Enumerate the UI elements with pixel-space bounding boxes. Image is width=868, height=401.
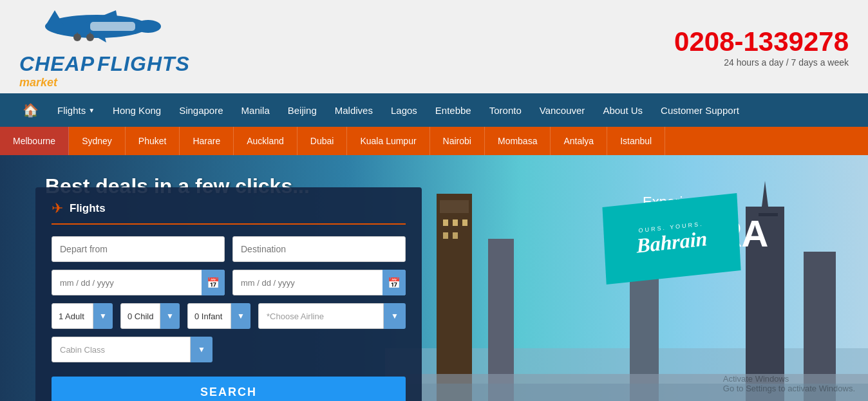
svg-rect-16 [462, 219, 467, 226]
svg-rect-13 [440, 200, 469, 213]
city-tab-mombasa[interactable]: Mombasa [485, 127, 551, 155]
passengers-airline-row: 1 Adult ▼ 0 Child ▼ 0 Infant ▼ *Choose A… [52, 303, 406, 329]
airline-select-wrapper: *Choose Airline ▼ [258, 303, 406, 329]
hero-section: Experience BAHRA OURS. YOURS. Bahrain Be… [0, 155, 868, 401]
city-tabs-bar: Melbourne Sydney Phuket Harare Auckland … [0, 127, 868, 155]
search-form: ✈ Flights 📅 📅 [35, 187, 422, 401]
depart-from-input[interactable] [52, 236, 225, 262]
cabin-class-display[interactable]: Cabin Class [52, 337, 191, 362]
flights-form-icon: ✈ [52, 200, 63, 217]
svg-rect-15 [453, 219, 458, 226]
nav-entebbe[interactable]: Entebbe [426, 93, 480, 127]
city-tab-melbourne[interactable]: Melbourne [0, 127, 69, 155]
home-nav-button[interactable]: 🏠 [13, 93, 48, 127]
origin-destination-row [52, 236, 406, 262]
city-tab-phuket[interactable]: Phuket [126, 127, 180, 155]
form-title: Flights [70, 202, 106, 215]
infant-dropdown-button[interactable]: ▼ [231, 303, 250, 329]
cabin-row: Cabin Class ▼ [52, 337, 406, 362]
destination-input[interactable] [232, 236, 406, 262]
child-dropdown-button[interactable]: ▼ [160, 303, 180, 329]
svg-rect-14 [443, 219, 448, 226]
bahrain-promo: Experience BAHRA OURS. YOURS. Bahrain [604, 191, 739, 277]
phone-subtitle: 24 hours a day / 7 days a week [674, 57, 849, 68]
child-select-wrapper: 0 Child ▼ [120, 303, 180, 329]
city-tab-istanbul[interactable]: Istanbul [607, 127, 665, 155]
nav-manila[interactable]: Manila [232, 93, 279, 127]
nav-singapore[interactable]: Singapore [170, 93, 232, 127]
phone-area: 0208-1339278 24 hours a day / 7 days a w… [674, 26, 849, 68]
airline-dropdown-button[interactable]: ▼ [384, 303, 406, 329]
svg-rect-17 [443, 232, 448, 239]
nav-maldives[interactable]: Maldives [326, 93, 382, 127]
nav-customersupport[interactable]: Customer Support [652, 93, 748, 127]
child-count-display[interactable]: 0 Child [120, 303, 160, 329]
windows-watermark: Activate Windows Go to Settings to activ… [723, 374, 855, 393]
form-header: ✈ Flights [52, 200, 406, 225]
svg-marker-21 [762, 181, 768, 207]
nav-flights-label: Flights [57, 105, 86, 116]
logo-market: market [19, 76, 57, 89]
adult-dropdown-button[interactable]: ▼ [93, 303, 113, 329]
header: CHEAP FLIGHTS market 0208-1339278 24 hou… [0, 0, 868, 93]
cabin-dropdown-button[interactable]: ▼ [191, 337, 212, 362]
logo-area: CHEAP FLIGHTS market [19, 4, 190, 89]
nav-hongkong[interactable]: Hong Kong [104, 93, 170, 127]
cabin-select-wrapper: Cabin Class ▼ [52, 337, 212, 362]
nav-lagos[interactable]: Lagos [382, 93, 426, 127]
adult-count-display[interactable]: 1 Adult [52, 303, 93, 329]
depart-date-wrapper: 📅 [52, 270, 225, 295]
svg-point-1 [135, 20, 161, 33]
city-tab-dubai[interactable]: Dubai [297, 127, 348, 155]
plane-logo-icon [19, 4, 161, 52]
city-tab-kualalumpur[interactable]: Kuala Lumpur [347, 127, 429, 155]
infant-select-wrapper: 0 Infant ▼ [187, 303, 250, 329]
nav-flights[interactable]: Flights ▼ [48, 93, 104, 127]
logo-cheap: CHEAP [19, 52, 95, 76]
city-tab-auckland[interactable]: Auckland [234, 127, 297, 155]
depart-calendar-button[interactable]: 📅 [202, 270, 225, 295]
city-tab-harare[interactable]: Harare [180, 127, 234, 155]
phone-number: 0208-1339278 [674, 26, 849, 57]
nav-vancouver[interactable]: Vancouver [531, 93, 594, 127]
return-calendar-button[interactable]: 📅 [382, 270, 406, 295]
adult-select-wrapper: 1 Adult ▼ [52, 303, 113, 329]
city-tab-sydney[interactable]: Sydney [69, 127, 126, 155]
city-tab-antalya[interactable]: Antalya [551, 127, 607, 155]
navbar: 🏠 Flights ▼ Hong Kong Singapore Manila B… [0, 93, 868, 127]
calendar-icon: 📅 [207, 277, 220, 289]
logo-flights: FLIGHTS [97, 52, 190, 76]
depart-date-input[interactable] [52, 270, 225, 295]
nav-aboutus[interactable]: About Us [594, 93, 652, 127]
chevron-down-icon: ▼ [88, 107, 95, 114]
infant-count-display[interactable]: 0 Infant [187, 303, 231, 329]
bahrain-teal-card: OURS. YOURS. Bahrain [602, 193, 741, 284]
svg-rect-18 [453, 232, 458, 239]
search-button[interactable]: SEARCH [52, 377, 406, 401]
city-tab-nairobi[interactable]: Nairobi [430, 127, 485, 155]
airline-display[interactable]: *Choose Airline [258, 303, 384, 329]
calendar-icon-2: 📅 [388, 277, 401, 289]
return-date-wrapper: 📅 [232, 270, 406, 295]
nav-beijing[interactable]: Beijing [279, 93, 326, 127]
svg-rect-5 [90, 22, 135, 31]
dates-row: 📅 📅 [52, 270, 406, 295]
nav-toronto[interactable]: Toronto [480, 93, 531, 127]
return-date-input[interactable] [232, 270, 406, 295]
